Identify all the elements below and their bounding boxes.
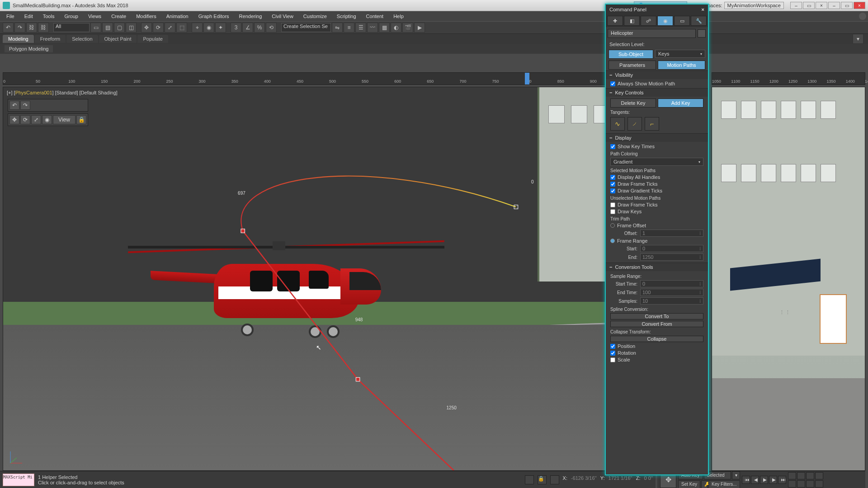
convert-from-button[interactable]: Convert From xyxy=(610,321,703,327)
align-button[interactable]: ≡ xyxy=(344,23,354,33)
pan-icon[interactable] xyxy=(788,480,796,488)
link-button[interactable]: ⛓ xyxy=(26,23,37,33)
goto-start-icon[interactable]: ⏮ xyxy=(742,476,750,484)
maximize-button[interactable]: ▭ xyxy=(841,2,853,9)
draw-frame-ticks-unsel-check[interactable]: Draw Frame Ticks xyxy=(610,202,703,207)
samples-spinner[interactable]: 10 xyxy=(640,297,703,305)
menu-scripting[interactable]: Scripting xyxy=(332,12,361,20)
minimize-inner-button[interactable]: – xyxy=(790,2,802,9)
tab-populate[interactable]: Populate xyxy=(137,35,168,43)
zoom-extents-icon[interactable] xyxy=(806,472,814,479)
time-slider[interactable]: 0501001502002503003504004505005506006507… xyxy=(3,72,656,85)
tangent-smooth-icon[interactable]: ∿ xyxy=(610,117,625,131)
sub-object-button[interactable]: Sub-Object xyxy=(609,50,653,59)
move-button[interactable]: ✥ xyxy=(141,23,152,33)
schematic-button[interactable]: ▦ xyxy=(379,23,390,33)
rollout-key-controls[interactable]: Key Controls xyxy=(606,89,708,97)
fov-icon[interactable] xyxy=(806,480,814,488)
zoom-icon[interactable] xyxy=(788,472,796,479)
motion-paths-button[interactable]: Motion Paths xyxy=(658,61,705,70)
rollout-display[interactable]: Display xyxy=(606,134,708,142)
offset-spinner[interactable]: 1 xyxy=(640,230,703,237)
draw-keys-check[interactable]: Draw Keys xyxy=(610,209,703,214)
start-spinner[interactable]: 0 xyxy=(640,245,703,252)
close-inner-button[interactable]: × xyxy=(816,2,827,9)
command-panel-title[interactable]: Command Panel × xyxy=(606,5,708,14)
tab-object-paint[interactable]: Object Paint xyxy=(99,35,137,43)
angle-snap[interactable]: ∠ xyxy=(242,23,253,33)
convert-to-button[interactable]: Convert To xyxy=(610,313,703,319)
minimize-button[interactable]: – xyxy=(828,2,840,9)
menu-tools[interactable]: Tools xyxy=(38,12,59,20)
help-icon[interactable] xyxy=(859,13,866,20)
display-handles-check[interactable]: Display All Handles xyxy=(610,174,703,180)
zoom-all-icon[interactable] xyxy=(797,472,805,479)
viewport-right[interactable]: ⋮⋮ xyxy=(712,87,865,471)
use-center-button[interactable]: ◉ xyxy=(203,23,214,33)
menu-modifiers[interactable]: Modifiers xyxy=(132,12,161,20)
named-selection[interactable]: Create Selection Se xyxy=(281,23,331,32)
scale-check[interactable]: Scale xyxy=(610,357,703,362)
menu-help[interactable]: Help xyxy=(389,12,408,20)
window-crossing-button[interactable]: ◫ xyxy=(126,23,137,33)
menu-content[interactable]: Content xyxy=(362,12,388,20)
end-time-spinner[interactable]: 100 xyxy=(640,289,703,296)
create-tab-icon[interactable]: ✚ xyxy=(607,16,623,26)
curve-editor-button[interactable]: 〰 xyxy=(367,23,378,33)
ribbon-collapse-icon[interactable]: ▾ xyxy=(853,34,863,44)
redo-button[interactable]: ↷ xyxy=(14,23,25,33)
position-check[interactable]: Position xyxy=(610,343,703,349)
motion-tab-icon[interactable]: ◉ xyxy=(657,16,673,26)
modify-tab-icon[interactable]: ◧ xyxy=(624,16,640,26)
tab-freeform[interactable]: Freeform xyxy=(35,35,66,43)
set-key-button[interactable]: Set Key xyxy=(678,480,700,488)
play-icon[interactable]: ▶ xyxy=(760,476,768,484)
rotate-button[interactable]: ⟳ xyxy=(153,23,164,33)
collapse-button[interactable]: Collapse xyxy=(610,336,703,342)
tab-modeling[interactable]: Modeling xyxy=(3,35,34,43)
next-frame-icon[interactable]: ▶ xyxy=(769,476,777,484)
helicopter-model[interactable] xyxy=(160,210,404,354)
selection-filter[interactable]: All xyxy=(53,23,90,32)
tangent-linear-icon[interactable]: ⟋ xyxy=(627,117,642,131)
isolate-icon[interactable] xyxy=(525,475,534,484)
display-tab-icon[interactable]: ▭ xyxy=(674,16,690,26)
select-name-button[interactable]: ▤ xyxy=(102,23,113,33)
viewport-camera[interactable]: [+] [PhysCamera001] [Standard] [Default … xyxy=(3,87,656,471)
color-swatch[interactable] xyxy=(698,29,706,38)
add-key-button[interactable]: Add Key xyxy=(658,99,703,108)
tangent-step-icon[interactable]: ⌐ xyxy=(645,117,659,131)
time-slider-right[interactable]: 105011001150120012501300135014001450 xyxy=(712,72,865,85)
menu-civil-view[interactable]: Civil View xyxy=(267,12,297,20)
mirror-button[interactable]: ⇋ xyxy=(332,23,343,33)
render-setup-button[interactable]: 🎬 xyxy=(402,23,413,33)
spinner-snap[interactable]: ⟲ xyxy=(266,23,277,33)
render-frame-button[interactable]: ▶ xyxy=(414,23,425,33)
maximize-vp-icon[interactable] xyxy=(815,480,823,488)
key-filters-button[interactable]: Key Filters... xyxy=(708,480,740,488)
maxscript-mini[interactable]: MAXScript Mi xyxy=(3,474,34,486)
goto-end-icon[interactable]: ⏭ xyxy=(778,476,786,484)
key-icon[interactable]: 🔑 xyxy=(701,480,708,488)
workspace-selector[interactable]: MyAnimationWorkspace xyxy=(724,2,784,9)
menu-customize[interactable]: Customize xyxy=(299,12,331,20)
restore-inner-button[interactable]: ▭ xyxy=(803,2,815,9)
rect-select-button[interactable]: ▢ xyxy=(114,23,125,33)
tab-selection[interactable]: Selection xyxy=(66,35,98,43)
select-button[interactable]: ▭ xyxy=(90,23,101,33)
always-show-path-check[interactable]: Always Show Motion Path xyxy=(610,81,703,86)
close-button[interactable]: × xyxy=(854,2,865,9)
menu-create[interactable]: Create xyxy=(107,12,131,20)
hierarchy-tab-icon[interactable]: ☍ xyxy=(641,16,656,26)
show-key-times-check[interactable]: Show Key Times xyxy=(610,144,703,149)
keys-dropdown[interactable]: Keys xyxy=(655,50,705,58)
prev-frame-icon[interactable]: ◀ xyxy=(751,476,759,484)
orbit-icon[interactable] xyxy=(797,480,805,488)
menu-views[interactable]: Views xyxy=(84,12,106,20)
rollout-conversion[interactable]: Conversion Tools xyxy=(606,263,708,271)
menu-group[interactable]: Group xyxy=(60,12,83,20)
key-mode-dd-icon[interactable]: ▾ xyxy=(732,471,740,479)
snap-icon[interactable] xyxy=(550,475,559,484)
menu-animation[interactable]: Animation xyxy=(162,12,193,20)
menu-edit[interactable]: Edit xyxy=(20,12,38,20)
